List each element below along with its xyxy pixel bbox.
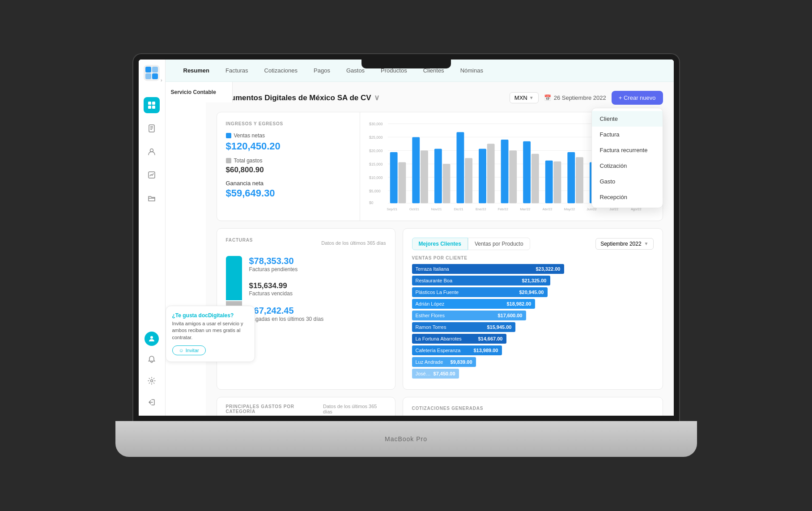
svg-text:Nov/21: Nov/21	[431, 207, 442, 211]
client-bar[interactable]: Ramon Torres$15,945.00	[412, 322, 515, 332]
client-name: Luz Andrade	[416, 359, 449, 365]
sidebar-bottom	[144, 332, 160, 410]
invite-text: Invita amigos a usar el servicio y ambos…	[172, 320, 248, 341]
svg-text:$0: $0	[369, 200, 374, 205]
income-section: INGRESOS Y EGRESOS Ventas netas $120,450…	[217, 112, 360, 221]
client-name: Terraza Italiana	[416, 266, 534, 272]
sidebar-icon-folders[interactable]	[144, 190, 160, 206]
svg-rect-47	[567, 152, 575, 203]
sidebar-chevron-icon: ›	[161, 77, 162, 83]
client-bar-row: Ramon Torres$15,945.00	[412, 322, 654, 332]
client-bar[interactable]: Terraza Italiana$23,322.00	[412, 264, 564, 274]
facturas-data-label: Datos de los últimos 365 días	[321, 240, 386, 246]
gastos-data-label: Datos de los últimos 365 días	[323, 404, 386, 414]
sidebar-icon-dashboard[interactable]	[144, 97, 160, 113]
app-logo[interactable]	[144, 65, 160, 83]
nav-resumen[interactable]: Resumen	[176, 64, 217, 77]
dropdown-item-cliente[interactable]: Cliente	[592, 111, 663, 127]
sidebar-icon-reports[interactable]	[144, 167, 160, 183]
client-bar[interactable]: Restaurante Boa$21,325.00	[412, 276, 550, 285]
client-name: Ramon Torres	[416, 324, 485, 330]
client-bar[interactable]: José A...$7,450.00	[412, 369, 459, 379]
dropdown-item-factura[interactable]: Factura	[592, 127, 663, 142]
client-bar-row: José A...$7,450.00	[412, 369, 654, 379]
client-value: $18,982.00	[506, 301, 531, 307]
nav-pagos[interactable]: Pagos	[306, 64, 337, 77]
dropdown-item-recepcion[interactable]: Recepción	[592, 189, 663, 205]
cotizaciones-label: COTIZACIONES GENERADAS	[412, 406, 484, 411]
invite-card: ¿Te gusta docDigitales? Invita amigos a …	[166, 306, 255, 362]
sidebar-icon-contacts[interactable]	[144, 144, 160, 160]
client-value: $21,325.00	[522, 278, 546, 283]
client-bar[interactable]: Luz Andrade$9,839.00	[412, 357, 476, 367]
create-new-button[interactable]: + Crear nuevo	[612, 91, 663, 105]
svg-rect-35	[434, 149, 442, 204]
client-value: $15,945.00	[487, 324, 511, 330]
dropdown-item-factura-recurrente[interactable]: Factura recurrente	[592, 142, 663, 158]
svg-text:Ene/22: Ene/22	[475, 207, 486, 211]
ventas-legend: Ventas netas	[226, 132, 351, 139]
facturas-vencidas: $15,634.99 Facturas vencidas	[249, 281, 386, 297]
svg-rect-1	[145, 67, 151, 72]
nav-facturas[interactable]: Facturas	[218, 64, 255, 77]
svg-rect-4	[152, 73, 158, 79]
period-chevron-icon: ▼	[644, 241, 649, 246]
nav-cotizaciones[interactable]: Cotizaciones	[257, 64, 305, 77]
client-bar[interactable]: Plásticos La Fuente$20,945.00	[412, 287, 548, 297]
bottom-section-labels: PRINCIPALES GASTOS POR CATEGORÍA Datos d…	[217, 397, 663, 416]
sidebar-icon-documents[interactable]	[144, 120, 160, 136]
client-value: $13,989.00	[473, 348, 498, 353]
gastos-dot	[226, 158, 231, 163]
facturas-pagadas: $67,242.45 Pagadas en los últimos 30 día…	[249, 306, 386, 322]
sidebar-icon-logout[interactable]	[144, 394, 160, 410]
client-bar[interactable]: La Fortuna Abarrotes$14,667.00	[412, 334, 506, 344]
user-avatar[interactable]	[145, 332, 159, 346]
svg-text:$20,000: $20,000	[369, 149, 383, 153]
dropdown-item-gasto[interactable]: Gasto	[592, 174, 663, 189]
client-value: $7,450.00	[434, 371, 455, 376]
svg-rect-38	[465, 158, 472, 203]
client-bar[interactable]: Cafetería Esperanza$13,989.00	[412, 345, 502, 355]
client-name: La Fortuna Abarrotes	[416, 336, 476, 341]
client-bar[interactable]: Esther Flores$17,600.00	[412, 311, 526, 320]
facturas-pendientes: $78,353.30 Facturas pendientes	[249, 256, 386, 273]
client-value: $23,322.00	[536, 266, 560, 272]
main-content: Resumen Facturas Cotizaciones Pagos Gast…	[166, 60, 674, 416]
currency-selector[interactable]: MXN ▼	[510, 92, 539, 103]
svg-text:Mar/22: Mar/22	[520, 207, 530, 211]
sidebar-icon-notifications[interactable]	[144, 351, 160, 367]
ventas-section-label: VENTAS POR CLIENTE	[412, 256, 654, 260]
svg-text:Dic/21: Dic/21	[454, 207, 463, 211]
dropdown-item-cotizacion[interactable]: Cotización	[592, 158, 663, 174]
period-selector[interactable]: Septiembre 2022 ▼	[595, 238, 653, 250]
svg-text:$30,000: $30,000	[369, 122, 383, 126]
client-name: Adrián López	[416, 301, 505, 307]
ganancia-label: Ganancia neta	[226, 180, 351, 187]
sidebar-panel: Servicio Contable	[166, 82, 233, 102]
client-value: $20,945.00	[519, 290, 544, 295]
client-bar[interactable]: Adrián López$18,982.00	[412, 299, 535, 309]
client-value: $9,839.00	[451, 359, 472, 365]
svg-rect-43	[523, 141, 531, 203]
nav-nominas[interactable]: Nóminas	[453, 64, 490, 77]
invite-button[interactable]: ☺ Invitar	[172, 345, 206, 355]
tab-ventas-producto[interactable]: Ventas por Producto	[468, 238, 530, 250]
ventas-header: Mejores Clientes Ventas por Producto Sep…	[412, 238, 654, 250]
sidebar-icon-settings[interactable]	[144, 373, 160, 389]
gastos-amount: $60,800.90	[226, 166, 351, 175]
client-bar-row: Cafetería Esperanza$13,989.00	[412, 345, 654, 355]
ventas-dot	[226, 133, 231, 138]
company-chevron-icon[interactable]: ∨	[374, 93, 379, 102]
svg-rect-31	[390, 152, 397, 203]
svg-rect-5	[148, 102, 151, 105]
svg-text:$5,000: $5,000	[369, 189, 381, 193]
tab-mejores-clientes[interactable]: Mejores Clientes	[412, 238, 468, 250]
client-bar-row: Restaurante Boa$21,325.00	[412, 276, 654, 285]
svg-point-16	[151, 380, 153, 382]
svg-text:$25,000: $25,000	[369, 135, 383, 140]
client-bar-row: La Fortuna Abarrotes$14,667.00	[412, 334, 654, 344]
facturas-amounts: $78,353.30 Facturas pendientes $15,634.9…	[249, 256, 386, 322]
pendientes-label: Facturas pendientes	[249, 266, 386, 273]
ventas-card: Mejores Clientes Ventas por Producto Sep…	[403, 228, 663, 390]
calendar-icon: 📅	[544, 94, 551, 101]
